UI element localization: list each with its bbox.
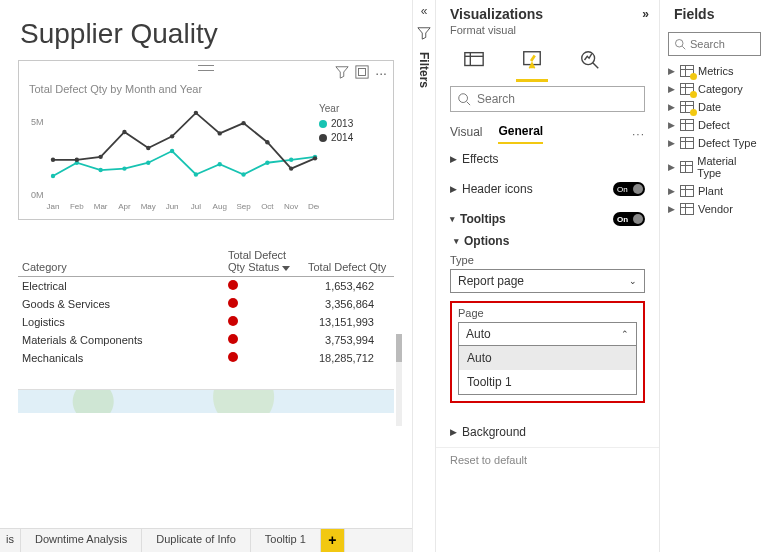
svg-point-20 [146,146,150,150]
field-table[interactable]: ▶Material Type [660,152,769,182]
status-dot-icon [228,352,238,362]
header-icons-toggle[interactable]: On [613,182,645,196]
svg-point-6 [98,168,102,172]
page-select[interactable]: Auto⌃ [458,322,637,346]
page-tab-truncated[interactable]: is [0,529,21,552]
page-option-tooltip1[interactable]: Tooltip 1 [459,370,636,394]
svg-point-13 [265,161,269,165]
chevron-right-icon: ▶ [450,184,457,194]
svg-point-48 [676,40,684,48]
fields-pane: Fields ▶Metrics▶Category▶Date▶Defect▶Def… [659,0,769,552]
chevron-down-icon: ▾ [450,214,455,224]
legend-item[interactable]: 2013 [319,118,369,129]
fields-search[interactable] [668,32,761,56]
reset-to-default[interactable]: Reset to default [436,447,659,472]
svg-point-16 [51,158,55,162]
table-icon [680,161,694,173]
table-row[interactable]: Mechanicals18,285,712 [18,349,394,367]
format-search-input[interactable] [477,92,638,106]
more-format-icon[interactable]: ··· [632,127,645,141]
analytics-icon[interactable] [576,46,604,74]
map-visual[interactable] [18,389,394,413]
svg-point-14 [289,158,293,162]
tooltips-toggle[interactable]: On [613,212,645,226]
table-visual[interactable]: Category Total Defect Qty Status Total D… [18,246,394,367]
section-header-icons[interactable]: ▶Header iconsOn [450,182,645,196]
fields-search-input[interactable] [690,38,755,50]
page-tab[interactable]: Tooltip 1 [251,529,321,552]
field-table[interactable]: ▶Defect Type [660,134,769,152]
svg-point-10 [194,172,198,176]
field-table[interactable]: ▶Defect [660,116,769,134]
status-dot-icon [228,298,238,308]
svg-text:May: May [141,202,156,211]
svg-point-8 [146,161,150,165]
svg-point-46 [459,94,468,103]
page-tab[interactable]: Downtime Analysis [21,529,142,552]
more-options-icon[interactable]: ··· [375,65,387,82]
report-canvas: Supplier Quality ··· Total Defect Qty by… [0,0,412,528]
section-tooltips[interactable]: ▾TooltipsOn [450,212,645,226]
page-tab[interactable]: Duplicate of Info [142,529,251,552]
format-search[interactable] [450,86,645,112]
section-options[interactable]: ▾Options [454,234,645,248]
drag-handle-icon[interactable] [198,65,214,71]
scrollbar[interactable] [396,334,402,426]
column-header-qty[interactable]: Total Defect Qty [304,246,394,277]
tab-general[interactable]: General [498,124,543,144]
status-dot-icon [228,334,238,344]
svg-point-22 [194,111,198,115]
legend-title: Year [319,103,369,114]
svg-line-49 [682,46,685,49]
tab-visual[interactable]: Visual [450,125,482,143]
field-table[interactable]: ▶Category [660,80,769,98]
section-effects[interactable]: ▶Effects [450,152,645,166]
chart-title: Total Defect Qty by Month and Year [29,83,385,95]
svg-rect-40 [465,53,483,66]
filters-pane-collapsed[interactable]: « Filters [412,0,435,552]
status-dot-icon [228,316,238,326]
svg-rect-1 [359,69,366,76]
field-table[interactable]: ▶Date [660,98,769,116]
column-header-category[interactable]: Category [18,246,224,277]
table-row[interactable]: Electrical1,653,462 [18,277,394,296]
column-header-status[interactable]: Total Defect Qty Status [224,246,304,277]
legend-item[interactable]: 2014 [319,132,369,143]
visualizations-title: Visualizations [450,6,543,22]
svg-text:Apr: Apr [118,202,131,211]
table-row[interactable]: Materials & Components3,753,994 [18,331,394,349]
svg-rect-0 [356,66,368,78]
field-table[interactable]: ▶Plant [660,182,769,200]
add-page-button[interactable]: + [321,529,345,552]
table-row[interactable]: Logistics13,151,993 [18,313,394,331]
type-select[interactable]: Report page⌄ [450,269,645,293]
table-icon [680,101,694,113]
legend-dot-icon [319,120,327,128]
svg-text:0M: 0M [31,190,44,200]
chevron-right-icon: ▶ [668,120,676,130]
svg-text:Jul: Jul [191,202,201,211]
page-option-auto[interactable]: Auto [459,346,636,370]
section-background[interactable]: ▶Background [450,425,645,439]
svg-point-11 [218,162,222,166]
line-chart-visual[interactable]: ··· Total Defect Qty by Month and Year 5… [18,60,394,220]
page-tabstrip: is Downtime Analysis Duplicate of Info T… [0,528,412,552]
focus-mode-icon[interactable] [355,65,369,82]
expand-filters-icon[interactable]: « [421,4,428,18]
type-label: Type [450,254,645,266]
svg-point-26 [289,166,293,170]
table-icon [680,83,694,95]
filter-pane-icon [417,26,431,40]
line-chart-body[interactable]: 5M0MJanFebMarAprMayJunJulAugSepOctNovDec [29,103,319,213]
svg-line-47 [467,102,471,106]
format-visual-icon[interactable] [518,46,546,74]
table-row[interactable]: Goods & Services3,356,864 [18,295,394,313]
svg-point-7 [122,166,126,170]
field-table[interactable]: ▶Metrics [660,62,769,80]
build-visual-icon[interactable] [460,46,488,74]
field-table[interactable]: ▶Vendor [660,200,769,218]
svg-point-17 [75,158,79,162]
legend-dot-icon [319,134,327,142]
collapse-viz-icon[interactable]: » [642,7,649,21]
filter-icon[interactable] [335,65,349,82]
